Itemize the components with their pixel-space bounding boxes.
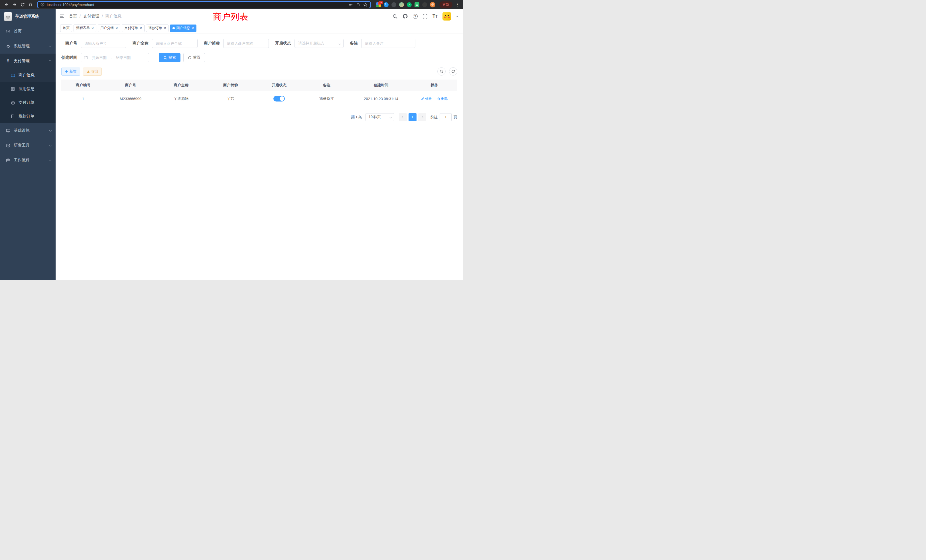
breadcrumb-separator: / bbox=[80, 14, 81, 18]
page-info-icon[interactable] bbox=[41, 3, 44, 6]
full-name-field: 商户全称 bbox=[133, 39, 198, 48]
bookmark-star-icon[interactable] bbox=[363, 3, 368, 7]
extension-grid-icon[interactable]: 10 bbox=[376, 2, 381, 7]
sidebar-item-payment[interactable]: ¥ 支付管理 bbox=[0, 54, 56, 68]
sidebar-item-merchant-info[interactable]: 商户信息 bbox=[0, 68, 56, 82]
refresh-table-button[interactable] bbox=[449, 67, 457, 76]
total-number: 1 bbox=[356, 115, 357, 119]
page-content: 商户号 商户全称 商户简称 开启状态 请选择开启状态 bbox=[56, 33, 463, 280]
start-date-input[interactable] bbox=[89, 56, 109, 60]
goto-label: 前往 bbox=[430, 115, 437, 120]
add-button-label: 新增 bbox=[70, 69, 76, 74]
next-page-button[interactable] bbox=[418, 113, 426, 121]
table-toolbar: 新增 导出 bbox=[61, 67, 457, 76]
chevron-right-icon bbox=[421, 116, 424, 118]
close-icon[interactable]: × bbox=[116, 26, 118, 30]
page-size-select[interactable]: 10条/页 bbox=[366, 113, 394, 121]
cube-icon bbox=[5, 144, 11, 148]
tab-pay-order[interactable]: 支付订单× bbox=[122, 24, 145, 32]
search-button[interactable]: 搜索 bbox=[159, 53, 180, 62]
close-icon[interactable]: × bbox=[192, 26, 194, 30]
breadcrumb-home[interactable]: 首页 bbox=[69, 14, 77, 19]
sidebar-item-label: 工作流程 bbox=[14, 158, 30, 163]
sidebar-item-system[interactable]: 系统管理 bbox=[0, 39, 56, 54]
browser-menu-icon[interactable]: ⋮ bbox=[455, 2, 460, 7]
extension-dark-icon[interactable] bbox=[392, 2, 396, 7]
font-size-icon[interactable]: TT bbox=[433, 14, 437, 19]
close-icon[interactable]: × bbox=[140, 26, 142, 30]
status-toggle[interactable] bbox=[274, 96, 285, 101]
cell-status bbox=[256, 91, 303, 107]
app-logo[interactable]: 芋道管理系统 bbox=[0, 9, 56, 24]
cell-short-name: 芋艿 bbox=[206, 91, 256, 107]
tab-home[interactable]: 首页 bbox=[60, 24, 72, 32]
help-icon[interactable]: ? bbox=[413, 14, 418, 19]
extension-avatar-icon[interactable] bbox=[399, 2, 404, 7]
create-time-range-picker[interactable]: - bbox=[81, 53, 149, 62]
browser-update-button[interactable]: 更新 bbox=[439, 2, 452, 8]
close-icon[interactable]: × bbox=[164, 26, 166, 30]
delete-button[interactable]: 删除 bbox=[437, 96, 448, 101]
user-avatar[interactable] bbox=[442, 12, 451, 21]
full-name-input[interactable] bbox=[152, 39, 198, 48]
logo-avatar-image bbox=[4, 12, 12, 21]
reset-button[interactable]: 重置 bbox=[183, 53, 205, 62]
browser-profile-avatar[interactable] bbox=[430, 2, 435, 8]
prev-page-button[interactable] bbox=[399, 113, 407, 121]
extension-drop-icon[interactable] bbox=[384, 2, 389, 7]
col-header-full-name: 商户全称 bbox=[156, 80, 206, 91]
cell-full-name: 芋道源码 bbox=[156, 91, 206, 107]
tab-merchant-info[interactable]: 商户信息× bbox=[170, 24, 197, 32]
extension-doc-icon[interactable] bbox=[415, 2, 419, 7]
sidebar-toggle-icon[interactable] bbox=[60, 14, 65, 19]
tab-refund-order[interactable]: 退款订单× bbox=[146, 24, 169, 32]
breadcrumb-payment[interactable]: 支付管理 bbox=[83, 14, 99, 19]
tab-process-form[interactable]: 流程表单× bbox=[74, 24, 96, 32]
address-bar[interactable]: localhost:1024/pay/merchant bbox=[37, 1, 371, 8]
tags-view-bar: 首页 流程表单× 用户分组× 支付订单× 退款订单× 商户信息× bbox=[56, 23, 463, 33]
end-date-input[interactable] bbox=[113, 56, 133, 60]
chevron-down-icon bbox=[49, 145, 51, 146]
sidebar-item-app-info[interactable]: 应用信息 bbox=[0, 82, 56, 96]
toggle-search-button[interactable] bbox=[437, 67, 446, 76]
close-icon[interactable]: × bbox=[92, 26, 94, 30]
sidebar-item-label: 系统管理 bbox=[14, 44, 30, 49]
extensions-area: 10 ✓ bbox=[376, 2, 435, 8]
goto-page-input[interactable] bbox=[440, 113, 452, 121]
merchant-no-field: 商户号 bbox=[61, 39, 126, 48]
sidebar-item-pay-order[interactable]: 支付订单 bbox=[0, 96, 56, 109]
fullscreen-icon[interactable] bbox=[423, 14, 427, 18]
sidebar-item-workflow[interactable]: 工作流程 bbox=[0, 153, 56, 168]
merchant-no-input[interactable] bbox=[81, 39, 126, 48]
home-button[interactable] bbox=[27, 1, 34, 8]
edit-button[interactable]: 修改 bbox=[421, 96, 432, 101]
search-button-label: 搜索 bbox=[168, 55, 176, 60]
avatar-caret-icon[interactable] bbox=[456, 16, 458, 18]
reload-button[interactable] bbox=[19, 1, 26, 8]
tab-user-group[interactable]: 用户分组× bbox=[98, 24, 121, 32]
short-name-input[interactable] bbox=[223, 39, 269, 48]
status-select-placeholder: 请选择开启状态 bbox=[298, 41, 339, 46]
extension-check-icon[interactable]: ✓ bbox=[407, 2, 412, 7]
create-time-label: 创建时间 bbox=[61, 55, 77, 60]
sidebar-item-infrastructure[interactable]: 基础设施 bbox=[0, 123, 56, 138]
search-icon[interactable] bbox=[393, 14, 398, 19]
sidebar-menu: 首页 系统管理 ¥ 支付管理 商户信息 bbox=[0, 24, 56, 168]
password-key-icon[interactable] bbox=[349, 3, 353, 7]
forward-button[interactable] bbox=[11, 1, 18, 8]
sidebar-item-refund-order[interactable]: 退款订单 bbox=[0, 109, 56, 123]
gear-icon bbox=[5, 44, 11, 48]
extension-paw-icon[interactable] bbox=[422, 2, 427, 7]
back-button[interactable] bbox=[3, 1, 10, 8]
status-select[interactable]: 请选择开启状态 bbox=[295, 39, 343, 48]
remark-input[interactable] bbox=[361, 39, 415, 48]
date-range-separator: - bbox=[110, 56, 112, 60]
share-icon[interactable] bbox=[356, 3, 360, 6]
sidebar-item-home[interactable]: 首页 bbox=[0, 24, 56, 39]
export-button[interactable]: 导出 bbox=[83, 68, 102, 76]
sidebar-item-label: 支付订单 bbox=[18, 100, 35, 105]
github-icon[interactable] bbox=[402, 14, 408, 19]
page-1-button[interactable]: 1 bbox=[409, 113, 416, 121]
add-button[interactable]: 新增 bbox=[61, 68, 80, 76]
sidebar-item-dev-tools[interactable]: 研发工具 bbox=[0, 138, 56, 153]
